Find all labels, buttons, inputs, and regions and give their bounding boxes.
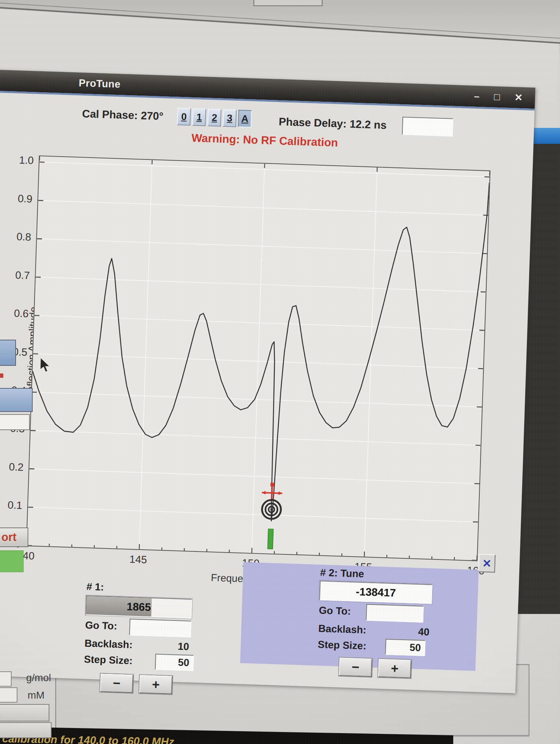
motor2-step-value: 50 [409,642,421,654]
motor1-heading: # 1: [86,581,192,596]
abort-button-partial[interactable]: ort [0,527,28,547]
motor1-plus-button[interactable]: + [139,675,173,694]
cal-phase-label: Cal Phase: 270° [82,108,164,122]
blue-cross-icon: ✕ [482,557,492,570]
motor1-goto-input[interactable] [129,619,191,638]
motor2-goto-input[interactable] [366,604,423,623]
motor2-position-box[interactable]: -138417 [319,581,433,604]
motor2-position-value: -138417 [320,581,431,603]
motor1-position-value: 1865 [86,596,191,618]
protune-window: ProTune – □ ✕ Cal Phase: 270° 0123A Phas… [0,70,535,693]
status-green-indicator [0,550,24,572]
motor2-plus-button[interactable]: + [378,659,411,678]
background-partial-button[interactable] [0,722,52,738]
ytick-label-0.6: 0.6 [0,307,29,320]
background-small-field[interactable] [0,671,12,687]
motor1-backlash-label: Backlash: [84,638,133,651]
motor1-position-box[interactable]: 1865 [85,595,192,619]
motor1-minus-button[interactable]: − [100,674,133,693]
background-small-field[interactable] [0,687,17,703]
gridline-x [364,167,377,557]
phase-delay-label: Phase Delay: 12.2 ns [279,116,387,132]
cal-phase-text: Cal Phase: [82,108,138,121]
motor2-heading: # 2: Tune [320,567,437,582]
window-title: ProTune [78,77,121,90]
gridline-x [139,160,152,549]
ytick-label-0.9: 0.9 [4,192,33,205]
background-partial-button[interactable] [0,704,49,721]
background-red-mark [0,373,3,378]
xtick-label-145: 145 [120,553,157,566]
close-button[interactable]: ✕ [514,93,523,103]
mouse-cursor-icon [40,357,53,372]
wobble-curve-svg [27,156,490,561]
abort-button-label: ort [1,531,16,544]
gmol-label: g/mol [26,672,51,684]
phase-button-3[interactable]: 3 [223,109,237,127]
motor2-step-input[interactable]: 50 [385,639,425,656]
tune-crosshair-cap [271,483,274,486]
minimize-button[interactable]: – [474,91,480,101]
ytick-label-1.0: 1.0 [5,154,34,167]
motor2-backlash-label: Backlash: [318,623,366,636]
motor2-step-label: Step Size: [317,639,366,652]
ytick-label-0.7: 0.7 [1,269,30,282]
phase-delay-input[interactable] [402,117,454,137]
phase-button-group: 0123A [177,108,252,128]
motor1-backlash-value: 10 [178,640,189,652]
mm-label: mM [28,690,45,701]
ytick-label-0.2: 0.2 [0,460,24,473]
ytick-label-0.8: 0.8 [3,230,31,243]
phase-delay-value: 12.2 ns [349,118,387,131]
background-partial-field[interactable] [0,414,30,430]
motor1-goto-label: Go To: [85,619,117,632]
wobble-plot[interactable] [26,155,491,561]
plot-zoom-icon[interactable]: ✕ [478,554,496,573]
phase-button-1[interactable]: 1 [192,108,206,126]
crosshair-arrow-left [262,491,265,494]
motor2-goto-label: Go To: [319,604,351,617]
background-partial-button[interactable] [0,388,33,412]
green-position-bar [268,529,273,549]
phase-button-0[interactable]: 0 [177,108,191,126]
phase-delay-text: Phase Delay: [279,116,347,130]
motor1-step-input[interactable]: 50 [155,654,194,671]
phase-button-a[interactable]: A [238,110,252,128]
motor2-minus-button[interactable]: − [339,658,372,677]
crosshair-arrow-right [279,492,282,495]
motor2-backlash-value: 40 [418,626,430,638]
cal-phase-value: 270° [141,109,163,122]
background-tab [253,0,322,6]
gridline-x [252,164,265,553]
maximize-button[interactable]: □ [494,92,500,102]
motor1-step-value: 50 [178,656,189,668]
phase-button-2[interactable]: 2 [207,109,222,126]
background-partial-button[interactable] [0,340,16,366]
motor2-tune-panel: # 2: Tune -138417 Go To: Backlash: 40 St… [240,562,479,671]
motor1-panel: # 1: 1865 Go To: Backlash: 10 Step Size:… [83,581,192,695]
motor1-step-label: Step Size: [84,654,133,667]
ytick-label-0.1: 0.1 [0,499,23,512]
